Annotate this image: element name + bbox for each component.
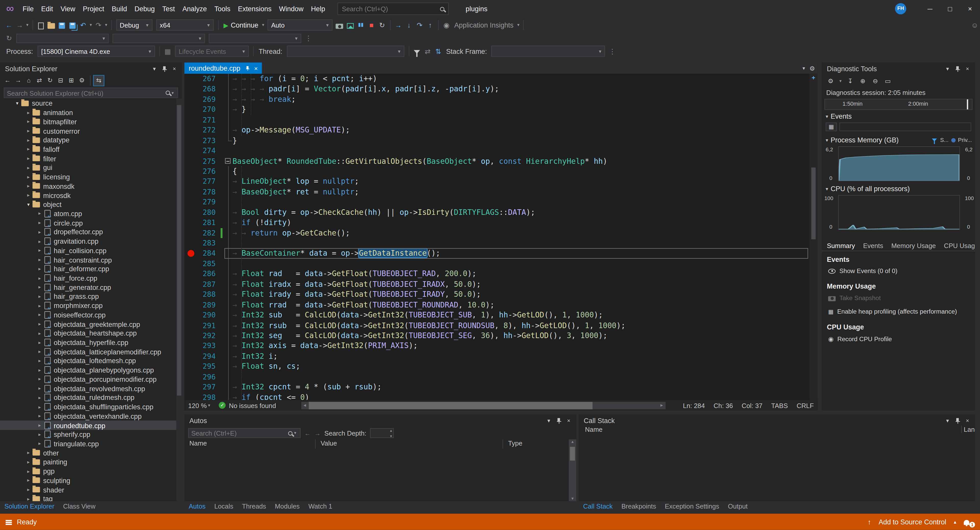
collapse-triangle-icon[interactable]: ▾ bbox=[826, 137, 828, 143]
se-tab-solution-explorer[interactable]: Solution Explorer bbox=[0, 501, 59, 511]
refresh-icon[interactable]: ↻ bbox=[45, 76, 55, 86]
tree-folder-bitmapfilter[interactable]: ▸bitmapfilter bbox=[0, 117, 182, 126]
take-snapshot-button[interactable]: Take Snapshot bbox=[828, 294, 881, 301]
document-tab[interactable]: roundedtube.cpp × bbox=[184, 62, 262, 74]
close-icon[interactable]: × bbox=[564, 417, 574, 423]
solution-platforms-combo-dropdown-icon[interactable]: ▾ bbox=[204, 22, 213, 28]
expand-expander-icon[interactable]: ▸ bbox=[25, 450, 32, 456]
breakpoint-indicator[interactable] bbox=[184, 248, 197, 258]
zoom-out-icon[interactable]: ⊖ bbox=[870, 76, 880, 86]
step-over-icon[interactable]: ↷ bbox=[414, 19, 425, 30]
expand-expander-icon[interactable]: ▸ bbox=[25, 478, 32, 483]
tree-file-objectdata-ruledmesh-cpp[interactable]: ▸objectdata_ruledmesh.cpp bbox=[0, 393, 182, 402]
reset-view-icon[interactable]: ▭ bbox=[883, 76, 893, 86]
lifecycle-events-icon[interactable]: ▦ bbox=[162, 46, 173, 57]
expand-expander-icon[interactable]: ▸ bbox=[36, 349, 43, 355]
diag-tab-memory-usage[interactable]: Memory Usage bbox=[891, 242, 935, 249]
redo-icon[interactable]: ↷ bbox=[93, 19, 104, 30]
code-line-280[interactable]: 280→ Bool dirty = op->CheckCache(hh) || … bbox=[184, 207, 809, 217]
code-line-268[interactable]: 268→ → → → padr[i] = Vector(padr[i].x, p… bbox=[184, 84, 809, 94]
menu-edit[interactable]: Edit bbox=[38, 0, 57, 18]
tree-file-objectdata-revolvedmesh-cpp[interactable]: ▸objectdata_revolvedmesh.cpp bbox=[0, 384, 182, 393]
tree-folder-source[interactable]: ▾source bbox=[0, 99, 182, 108]
tree-file-objectdata-planebypolygons-cpp[interactable]: ▸objectdata_planebypolygons.cpp bbox=[0, 365, 182, 375]
code-line-293[interactable]: 293→ Int32 axis = data->GetInt32(PRIM_AX… bbox=[184, 341, 809, 351]
tree-folder-object[interactable]: ▾object bbox=[0, 200, 182, 209]
code-line-287[interactable]: 287→ Float iradx = data->GetFloat(TUBEOB… bbox=[184, 279, 809, 290]
tree-file-hair-collision-cpp[interactable]: ▸hair_collision.cpp bbox=[0, 246, 182, 255]
close-icon[interactable]: × bbox=[169, 65, 180, 72]
tree-scrollbar[interactable] bbox=[177, 99, 182, 501]
code-line-284[interactable]: 284→ BaseContainer* data = op->GetDataIn… bbox=[184, 248, 809, 258]
expand-expander-icon[interactable]: ▸ bbox=[36, 432, 43, 438]
debug-tab-breakpoints[interactable]: Breakpoints bbox=[617, 501, 660, 511]
watch-tab-modules[interactable]: Modules bbox=[270, 501, 304, 511]
expand-expander-icon[interactable]: ▸ bbox=[36, 220, 43, 226]
undo-icon[interactable]: ↶ bbox=[78, 19, 89, 30]
export-report-icon[interactable]: ↧ bbox=[845, 76, 855, 86]
tree-folder-painting[interactable]: ▸painting bbox=[0, 458, 182, 467]
code-line-273[interactable]: 273} bbox=[184, 135, 809, 146]
scrollbar-thumb[interactable] bbox=[309, 401, 593, 409]
step-into-icon[interactable]: ↓ bbox=[404, 19, 414, 30]
watch-tab-autos[interactable]: Autos bbox=[184, 501, 210, 511]
expand-expander-icon[interactable]: ▸ bbox=[25, 128, 32, 134]
tree-folder-maxonsdk[interactable]: ▸maxonsdk bbox=[0, 181, 182, 191]
expand-expander-icon[interactable]: ▸ bbox=[36, 266, 43, 272]
collapse-triangle-icon[interactable]: ▾ bbox=[826, 186, 828, 192]
solution-platforms-combo[interactable]: x64▾ bbox=[156, 19, 213, 30]
code-line-275[interactable]: 275−BaseObject* RoundedTube::GetVirtualO… bbox=[184, 156, 809, 166]
search-back-icon[interactable]: ← bbox=[304, 430, 310, 437]
code-line-288[interactable]: 288→ Float irady = data->GetFloat(TUBEOB… bbox=[184, 290, 809, 299]
toolbar2-combo-3[interactable]: ▾ bbox=[209, 33, 301, 43]
collapse-region-icon[interactable]: − bbox=[225, 158, 231, 163]
toolbar2-combo-2[interactable]: ▾ bbox=[113, 33, 205, 43]
dropdown-caret-icon[interactable]: ▾ bbox=[517, 22, 520, 27]
lifecycle-events-combo[interactable]: Lifecycle Events▾ bbox=[175, 46, 248, 57]
diag-tab-cpu-usage[interactable]: CPU Usage bbox=[944, 242, 975, 249]
code-line-286[interactable]: 286→ Float rad = data->GetFloat(TUBEOBJE… bbox=[184, 269, 809, 279]
new-file-icon[interactable] bbox=[35, 19, 46, 30]
column-header-type[interactable]: Type bbox=[503, 439, 569, 449]
se-back-icon[interactable]: ← bbox=[3, 76, 13, 86]
expand-expander-icon[interactable]: ▸ bbox=[36, 340, 43, 345]
menu-help[interactable]: Help bbox=[307, 0, 329, 18]
tree-folder-microsdk[interactable]: ▸microsdk bbox=[0, 191, 182, 200]
active-files-chevron-icon[interactable]: ▾ bbox=[803, 65, 805, 71]
tree-file-hair-grass-cpp[interactable]: ▸hair_grass.cpp bbox=[0, 292, 182, 301]
code-line-270[interactable]: 270→ } bbox=[184, 105, 809, 115]
show-next-statement-icon[interactable]: → bbox=[393, 19, 404, 30]
tree-file-gravitation-cpp[interactable]: ▸gravitation.cpp bbox=[0, 237, 182, 246]
code-line-271[interactable]: 271 bbox=[184, 115, 809, 125]
expand-expander-icon[interactable]: ▸ bbox=[25, 146, 32, 152]
chevron-down-icon[interactable]: ▾ bbox=[172, 90, 174, 95]
scroll-down-icon[interactable]: ▾ bbox=[569, 496, 576, 501]
toolbar2-combo-1[interactable]: ▾ bbox=[16, 33, 109, 43]
toolbar-overflow-icon[interactable]: ⋮ bbox=[303, 32, 314, 44]
expand-expander-icon[interactable]: ▸ bbox=[36, 423, 43, 428]
toolbar2-combo-3-dropdown-icon[interactable]: ▾ bbox=[292, 35, 301, 41]
tree-folder-customerror[interactable]: ▸customerror bbox=[0, 126, 182, 135]
watch-tab-watch-1[interactable]: Watch 1 bbox=[304, 501, 337, 511]
tree-file-hair-force-cpp[interactable]: ▸hair_force.cpp bbox=[0, 274, 182, 283]
solution-search-input[interactable]: Search Solution Explorer (Ctrl+ü) ▾ bbox=[4, 88, 178, 98]
menu-view[interactable]: View bbox=[57, 0, 79, 18]
close-icon[interactable]: × bbox=[963, 65, 972, 72]
select-tools-gear-icon[interactable]: ⚙ bbox=[826, 76, 835, 86]
tree-file-objectdata-shufflingparticles-cpp[interactable]: ▸objectdata_shufflingparticles.cpp bbox=[0, 402, 182, 411]
collapse-all-icon[interactable]: ⊟ bbox=[56, 76, 65, 86]
switch-views-icon[interactable]: ⇄ bbox=[35, 76, 45, 86]
scrollbar-thumb[interactable] bbox=[811, 167, 816, 239]
chevron-down-icon[interactable]: ▾ bbox=[544, 417, 554, 423]
debug-target-combo-dropdown-icon[interactable]: ▾ bbox=[323, 22, 332, 28]
thread-combo-dropdown-icon[interactable]: ▾ bbox=[395, 48, 404, 54]
expand-expander-icon[interactable]: ▸ bbox=[25, 119, 32, 124]
dropdown-caret-icon[interactable]: ▾ bbox=[839, 79, 842, 84]
expand-expander-icon[interactable]: ▸ bbox=[36, 248, 43, 253]
expand-expander-icon[interactable]: ▸ bbox=[25, 156, 32, 161]
tree-file-hair-deformer-cpp[interactable]: ▸hair_deformer.cpp bbox=[0, 264, 182, 274]
pin-icon[interactable] bbox=[159, 65, 169, 72]
code-line-269[interactable]: 269→ → → → break; bbox=[184, 94, 809, 104]
expand-expander-icon[interactable]: ▸ bbox=[36, 275, 43, 281]
nav-forward-icon[interactable]: → bbox=[14, 19, 25, 30]
